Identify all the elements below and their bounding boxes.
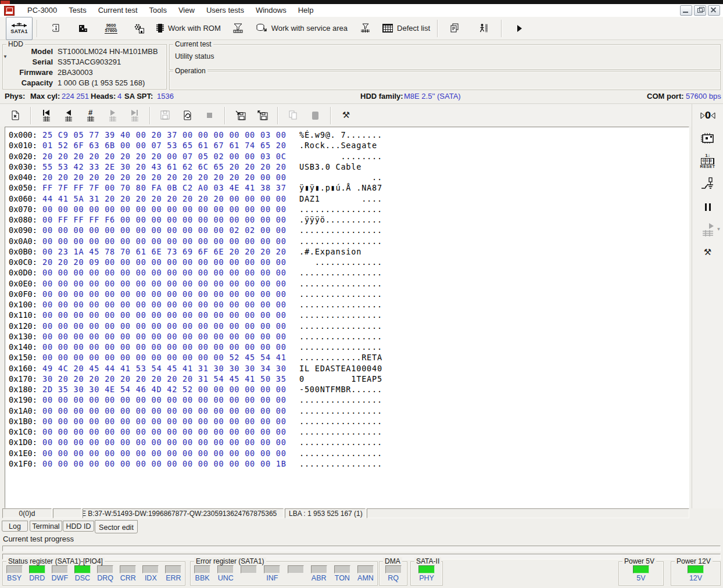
hex-ascii[interactable]: USB3.0 Cable <box>299 162 382 172</box>
hex-bytes[interactable]: 00 00 00 00 00 00 00 00 00 00 00 00 00 0… <box>42 310 287 320</box>
hex-row[interactable]: 0x0A0:00 00 00 00 00 00 00 00 00 00 00 0… <box>5 236 689 246</box>
hex-row[interactable]: 0x140:00 00 00 00 00 00 00 00 00 00 00 0… <box>5 342 689 352</box>
write-sector-to-file-button[interactable] <box>252 106 273 125</box>
hdd-panel-collapse-arrow[interactable]: ▼ <box>3 54 8 59</box>
hex-row[interactable]: 0x1F0:00 00 00 00 00 00 00 00 00 00 00 0… <box>5 458 689 469</box>
utility-structure-button[interactable] <box>70 19 96 38</box>
hex-ascii[interactable]: ................ <box>299 448 382 458</box>
menu-item-view[interactable]: View <box>173 4 201 17</box>
hex-row[interactable]: 0x120:00 00 00 00 00 00 00 00 00 00 00 0… <box>5 321 689 331</box>
hex-row[interactable]: 0x030:55 53 42 33 2E 30 20 43 61 62 6C 6… <box>5 162 689 172</box>
hex-row[interactable]: 0x080:00 FF FF FF F6 00 00 00 00 00 00 0… <box>5 214 689 225</box>
hex-bytes[interactable]: 20 20 20 20 20 20 20 20 20 20 20 20 20 2… <box>42 172 287 182</box>
hex-bytes[interactable]: FF 7F FF 7F 00 70 80 FA 0B C2 A0 03 4E 4… <box>42 182 287 193</box>
hex-row[interactable]: 0x090:00 00 00 00 00 00 00 00 00 00 00 0… <box>5 225 689 235</box>
hex-row[interactable]: 0x160:49 4C 20 45 44 41 53 54 45 41 31 3… <box>5 363 689 374</box>
hex-ascii[interactable]: DAZ1 .... <box>299 193 382 204</box>
hex-bytes[interactable]: 00 00 00 00 00 00 00 00 00 00 00 00 02 0… <box>42 225 287 235</box>
hex-bytes[interactable]: 00 00 00 00 00 00 00 00 00 00 00 00 00 0… <box>42 342 287 352</box>
sector-read-button[interactable]: ▼ <box>702 222 714 237</box>
refresh-sector-button[interactable] <box>177 106 198 125</box>
hex-ascii[interactable]: ................ <box>299 416 382 426</box>
tab-log[interactable]: Log <box>2 521 28 532</box>
hex-editor[interactable]: 0x000:25 C9 05 77 39 40 00 20 37 00 00 0… <box>5 127 689 508</box>
com-speed-button[interactable]: 9600 57600 <box>98 19 124 38</box>
hex-row[interactable]: 0x0F0:00 00 00 00 00 00 00 00 00 00 00 0… <box>5 289 689 299</box>
restore-button[interactable] <box>694 5 706 16</box>
first-sector-button[interactable] <box>35 106 57 125</box>
hex-ascii[interactable]: ................ <box>299 204 382 214</box>
hex-row[interactable]: 0x020:20 20 20 20 20 20 20 20 00 07 05 0… <box>5 151 689 162</box>
recalibrate-button[interactable]: 0 <box>699 108 717 123</box>
hex-bytes[interactable]: 25 C9 05 77 39 40 00 20 37 00 00 00 00 0… <box>42 130 287 140</box>
reports-button[interactable] <box>442 19 469 38</box>
prev-sector-button[interactable] <box>58 106 79 125</box>
goto-sector-button[interactable]: # <box>80 106 101 125</box>
dropdown-arrow-icon[interactable]: ▼ <box>717 227 721 232</box>
hex-bytes[interactable]: 44 41 5A 31 20 20 20 20 20 20 20 20 00 0… <box>42 193 287 204</box>
hex-ascii[interactable]: ................ <box>299 267 382 278</box>
hex-ascii[interactable]: 0 1TEAP5 <box>299 374 382 384</box>
hex-row[interactable]: 0x180:2D 35 30 30 4E 54 46 4D 42 52 00 0… <box>5 384 689 395</box>
hex-ascii[interactable]: .Rock...Seagate <box>299 140 382 150</box>
hex-bytes[interactable]: 20 20 20 20 20 20 20 20 00 07 05 02 00 0… <box>42 151 287 162</box>
utility-settings-button[interactable] <box>126 19 152 38</box>
hex-ascii[interactable]: ................ <box>299 278 382 289</box>
hex-ascii[interactable]: .. <box>299 172 382 182</box>
load-sector-from-file-button[interactable] <box>230 106 251 125</box>
hex-bytes[interactable]: 2D 35 30 30 4E 54 46 4D 42 52 00 00 00 0… <box>42 384 287 395</box>
hex-row[interactable]: 0x0B0:00 23 1A 45 78 70 61 6E 73 69 6F 6… <box>5 246 689 257</box>
hex-ascii[interactable]: ................ <box>299 406 382 416</box>
hex-bytes[interactable]: 00 00 00 00 00 00 00 00 00 00 00 00 00 0… <box>42 416 287 426</box>
hex-ascii[interactable]: ................ <box>299 310 382 320</box>
exit-button[interactable] <box>470 19 497 38</box>
tab-hdd-id[interactable]: HDD ID <box>63 521 94 532</box>
hex-bytes[interactable]: 00 FF FF FF F6 00 00 00 00 00 00 00 00 0… <box>42 214 287 225</box>
hex-ascii[interactable]: ................ <box>299 331 382 342</box>
sata-port-button[interactable]: SATA1 <box>6 17 33 40</box>
hex-bytes[interactable]: 20 20 20 09 00 00 00 00 00 00 00 00 00 0… <box>42 257 287 267</box>
hex-row[interactable]: 0x170:30 20 20 20 20 20 20 20 20 20 31 5… <box>5 374 689 384</box>
menu-item-tests[interactable]: Tests <box>63 4 92 17</box>
hex-ascii[interactable]: ................ <box>299 321 382 331</box>
hardware-card-button[interactable] <box>700 131 715 146</box>
hex-row[interactable]: 0x110:00 00 00 00 00 00 00 00 00 00 00 0… <box>5 310 689 320</box>
hex-row[interactable]: 0x1C0:00 00 00 00 00 00 00 00 00 00 00 0… <box>5 426 689 437</box>
hex-bytes[interactable]: 00 00 00 00 00 00 00 00 00 00 00 00 00 0… <box>42 331 287 342</box>
hex-ascii[interactable]: %É.w9@. 7....... <box>299 130 382 140</box>
hex-bytes[interactable]: 00 23 1A 45 78 70 61 6E 73 69 6F 6E 20 2… <box>42 246 287 257</box>
editor-tools-button[interactable]: ⚒ <box>704 245 711 260</box>
save-sector-button[interactable] <box>155 106 176 125</box>
power-switch-button[interactable] <box>700 177 715 192</box>
hex-row[interactable]: 0x050:FF 7F FF 7F 00 70 80 FA 0B C2 A0 0… <box>5 182 689 193</box>
hex-bytes[interactable]: 00 00 00 00 00 00 00 00 00 00 00 00 00 0… <box>42 406 287 416</box>
menu-item-tools[interactable]: Tools <box>144 4 173 17</box>
hex-row[interactable]: 0x1A0:00 00 00 00 00 00 00 00 00 00 00 0… <box>5 406 689 416</box>
hex-bytes[interactable]: 00 00 00 00 00 00 00 00 00 00 00 00 00 0… <box>42 458 287 469</box>
hex-bytes[interactable]: 00 00 00 00 00 00 00 00 00 00 00 00 00 0… <box>42 236 287 246</box>
hex-ascii[interactable]: ................ <box>299 289 382 299</box>
hex-bytes[interactable]: 01 52 6F 63 6B 00 00 07 53 65 61 67 61 7… <box>42 140 287 150</box>
reset-button[interactable]: 1↓ 000 RESET <box>700 153 715 169</box>
hex-bytes[interactable]: 00 00 00 00 00 00 00 00 00 00 00 00 00 0… <box>42 437 287 447</box>
hex-ascii[interactable]: ................ <box>299 299 382 310</box>
sector-tools-button[interactable]: ⚒ <box>335 106 357 125</box>
hex-row[interactable]: 0x1B0:00 00 00 00 00 00 00 00 00 00 00 0… <box>5 416 689 426</box>
stop-button[interactable] <box>199 106 220 125</box>
clear-sector-button[interactable] <box>5 106 26 125</box>
hex-bytes[interactable]: 00 00 00 00 00 00 00 00 00 00 00 00 00 0… <box>42 204 287 214</box>
menu-item-pc-3000[interactable]: PC-3000 <box>22 4 63 17</box>
next-sector-button[interactable] <box>102 106 123 125</box>
hex-bytes[interactable]: 00 00 00 00 00 00 00 00 00 00 00 00 00 0… <box>42 289 287 299</box>
hex-row[interactable]: 0x150:00 00 00 00 00 00 00 00 00 00 00 0… <box>5 352 689 363</box>
hex-ascii[interactable]: ................ <box>299 395 382 405</box>
tab-sector-edit[interactable]: Sector edit <box>95 520 138 533</box>
hex-row[interactable]: 0x1E0:00 00 00 00 00 00 00 00 00 00 00 0… <box>5 448 689 458</box>
hex-ascii[interactable]: ................ <box>299 437 382 447</box>
logical-scan-button[interactable] <box>225 19 252 38</box>
hex-ascii[interactable]: .#.Expansion <box>299 246 382 257</box>
work-with-service-area-button[interactable]: Work with service area <box>253 19 350 38</box>
hex-row[interactable]: 0x070:00 00 00 00 00 00 00 00 00 00 00 0… <box>5 204 689 214</box>
hex-ascii[interactable]: ................ <box>299 458 382 469</box>
hex-ascii[interactable]: .ÿÿÿö........... <box>299 214 382 225</box>
